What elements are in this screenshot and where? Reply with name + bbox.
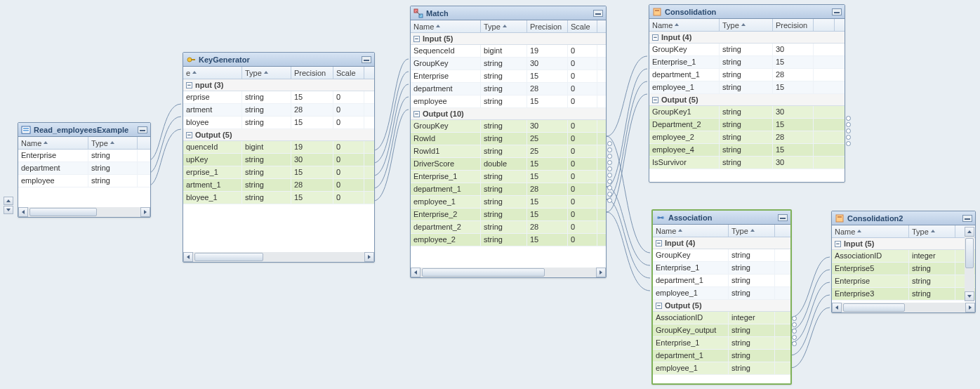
col-precision[interactable]: Precision (773, 19, 814, 31)
collapse-icon[interactable]: − (413, 111, 420, 117)
table-row[interactable]: GroupKeystring300 (411, 58, 606, 70)
scroll-down-button[interactable] (965, 291, 974, 301)
table-row[interactable]: AssociationIDinteger (653, 312, 790, 324)
minimize-icon[interactable] (593, 10, 603, 17)
col-name[interactable]: Name (649, 19, 720, 31)
scroll-track[interactable] (28, 207, 140, 217)
grid-header[interactable]: Name Type (18, 137, 150, 150)
table-row[interactable]: Enterprise3string (832, 288, 975, 301)
minimize-icon[interactable] (362, 56, 371, 63)
table-row[interactable]: Enterprise_1string15 (649, 56, 845, 69)
col-type[interactable]: Type (481, 20, 527, 32)
table-row[interactable]: employee_1string (653, 287, 790, 300)
table-row[interactable]: GroupKeystring30 (649, 44, 845, 56)
table-row[interactable]: upKeystring300 (183, 154, 374, 166)
scroll-track[interactable] (965, 237, 974, 291)
table-row[interactable]: GroupKey1string30 (649, 106, 845, 119)
section-input[interactable]: − nput (3) (183, 79, 374, 91)
scrollbar-horizontal[interactable] (832, 303, 975, 312)
node-match[interactable]: Match Name Type Precision Scale − Input … (410, 6, 607, 278)
minimize-icon[interactable] (778, 214, 788, 221)
grid-header[interactable]: Name Type Precision (649, 19, 845, 32)
table-row[interactable]: employeestring150 (411, 95, 606, 108)
table-row[interactable]: employee_1string150 (411, 196, 606, 209)
col-type[interactable]: Type (729, 225, 775, 237)
section-input[interactable]: − Input (4) (653, 237, 790, 249)
node-read-employees[interactable]: Read_employeesExample Name Type Enterpri… (18, 122, 151, 218)
node-titlebar[interactable]: KeyGenerator (183, 53, 374, 67)
table-row[interactable]: department_1string280 (411, 183, 606, 196)
scroll-left-button[interactable] (411, 268, 421, 277)
table-row[interactable]: employeestring (18, 175, 150, 187)
canvas-scroll-up[interactable] (4, 197, 13, 205)
table-row[interactable]: employee_1string15 (649, 81, 845, 94)
col-type[interactable]: Type (720, 19, 773, 31)
canvas-scroll-spinner[interactable] (4, 197, 13, 215)
table-row[interactable]: employee_1string (653, 362, 790, 375)
scroll-up-button[interactable] (965, 227, 974, 237)
col-type[interactable]: Type (909, 225, 955, 237)
scroll-left-button[interactable] (832, 303, 842, 312)
grid-header[interactable]: Name Type (832, 225, 975, 238)
node-consolidation2[interactable]: Consolidation2 Name Type − Input (5) Ass… (831, 211, 976, 313)
col-precision[interactable]: Precision (527, 20, 568, 32)
col-scale[interactable]: Scale (333, 67, 364, 79)
section-input[interactable]: − Input (4) (649, 32, 845, 44)
canvas-scroll-down[interactable] (4, 206, 13, 214)
collapse-icon[interactable]: − (656, 303, 662, 309)
node-titlebar[interactable]: Consolidation (649, 5, 845, 19)
grid-header[interactable]: Name Type Precision Scale (411, 20, 606, 33)
minimize-icon[interactable] (832, 8, 842, 15)
collapse-icon[interactable]: − (652, 34, 658, 41)
scroll-track[interactable] (193, 252, 364, 262)
table-row[interactable]: IsSurvivorstring30 (649, 157, 845, 169)
col-type[interactable]: Type (88, 137, 138, 149)
section-input[interactable]: − Input (5) (411, 33, 606, 45)
table-row[interactable]: GroupKey_outputstring (653, 324, 790, 337)
table-row[interactable]: RowIdstring250 (411, 133, 606, 145)
table-row[interactable]: erprisestring150 (183, 91, 374, 104)
table-row[interactable]: DriverScoredouble150 (411, 158, 606, 171)
collapse-icon[interactable]: − (186, 132, 192, 138)
col-name[interactable]: Name (832, 225, 909, 237)
table-row[interactable]: Enterprise5string (832, 263, 975, 275)
table-row[interactable]: Enterprise_1string150 (411, 171, 606, 183)
table-row[interactable]: RowId1string250 (411, 145, 606, 158)
scroll-left-button[interactable] (18, 207, 28, 217)
node-titlebar[interactable]: Consolidation2 (832, 211, 975, 225)
table-row[interactable]: department_2string280 (411, 221, 606, 234)
section-input[interactable]: − Input (5) (832, 238, 975, 250)
table-row[interactable]: artment_1string280 (183, 179, 374, 192)
table-row[interactable]: Enterprisestring (18, 150, 150, 162)
grid-header[interactable]: e Type Precision Scale (183, 67, 374, 79)
scroll-right-button[interactable] (965, 303, 975, 312)
table-row[interactable]: GroupKeystring300 (411, 120, 606, 133)
col-precision[interactable]: Precision (291, 67, 333, 79)
collapse-icon[interactable]: − (186, 82, 192, 88)
collapse-icon[interactable]: − (835, 241, 841, 247)
section-output[interactable]: − Output (5) (183, 129, 374, 141)
node-titlebar[interactable]: Read_employeesExample (18, 123, 150, 137)
section-output[interactable]: − Output (5) (653, 300, 790, 312)
table-row[interactable]: bloyee_1string150 (183, 192, 374, 204)
col-name[interactable]: Name (411, 20, 481, 32)
scroll-right-button[interactable] (364, 252, 374, 262)
table-row[interactable]: SequenceIdbigint190 (411, 45, 606, 58)
table-row[interactable]: AssociationIDinteger (832, 250, 975, 263)
grid-header[interactable]: Name Type (653, 225, 790, 237)
table-row[interactable]: employee_2string150 (411, 234, 606, 246)
table-row[interactable]: artmentstring280 (183, 104, 374, 117)
table-row[interactable]: department_1string28 (649, 69, 845, 81)
table-row[interactable]: departmentstring280 (411, 83, 606, 95)
col-scale[interactable]: Scale (568, 20, 597, 32)
col-name[interactable]: e (183, 67, 242, 79)
table-row[interactable]: Department_2string15 (649, 119, 845, 131)
table-row[interactable]: Enterprise_2string150 (411, 209, 606, 221)
table-row[interactable]: Enterprisestring (832, 275, 975, 288)
minimize-icon[interactable] (962, 215, 972, 222)
table-row[interactable]: employee_4string15 (649, 144, 845, 157)
scrollbar-horizontal[interactable] (18, 207, 150, 217)
table-row[interactable]: GroupKeystring (653, 249, 790, 262)
scrollbar-horizontal[interactable] (183, 252, 374, 262)
table-row[interactable]: department_1string (653, 350, 790, 362)
